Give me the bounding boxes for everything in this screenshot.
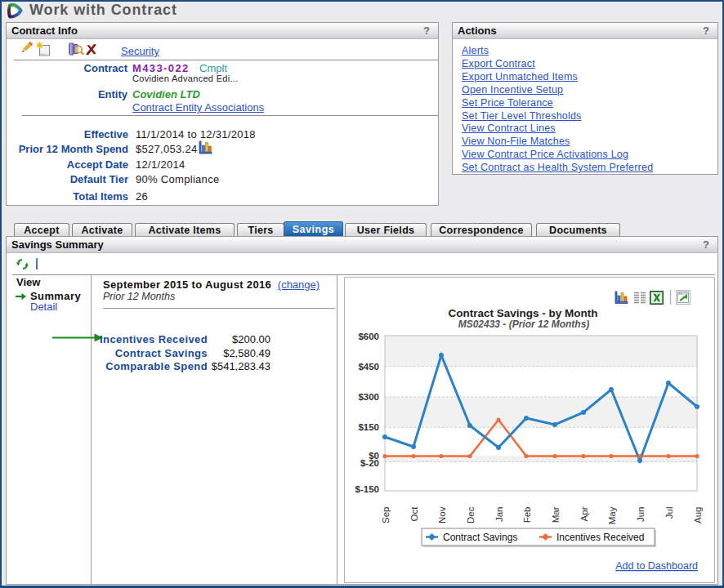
- svg-text:Contract Savings: Contract Savings: [443, 532, 517, 543]
- svg-text:Oct: Oct: [409, 506, 419, 522]
- svg-text:$600: $600: [358, 332, 379, 341]
- svg-text:Feb: Feb: [522, 507, 532, 523]
- svg-text:Dec: Dec: [466, 506, 476, 523]
- svg-text:Nov: Nov: [437, 506, 447, 523]
- svg-text:Incentives Received: Incentives Received: [556, 532, 644, 543]
- svg-text:MS02433 - (Prior 12 Months): MS02433 - (Prior 12 Months): [458, 318, 590, 330]
- svg-text:$-20: $-20: [360, 458, 379, 468]
- svg-text:Jun: Jun: [636, 507, 646, 523]
- svg-text:$300: $300: [358, 392, 379, 402]
- svg-text:Jan: Jan: [494, 507, 504, 523]
- svg-text:Jul: Jul: [664, 507, 674, 519]
- svg-text:$150: $150: [358, 422, 379, 432]
- svg-text:May: May: [607, 506, 617, 524]
- svg-text:Sep: Sep: [381, 507, 391, 523]
- svg-text:Mar: Mar: [551, 506, 561, 523]
- svg-text:Aug: Aug: [693, 507, 703, 523]
- svg-text:$450: $450: [358, 362, 379, 372]
- svg-text:Apr: Apr: [579, 506, 589, 521]
- svg-text:Add to Dashboard: Add to Dashboard: [615, 560, 698, 572]
- svg-text:$-150: $-150: [355, 484, 379, 494]
- svg-text:Contract Savings - by Month: Contract Savings - by Month: [448, 307, 597, 319]
